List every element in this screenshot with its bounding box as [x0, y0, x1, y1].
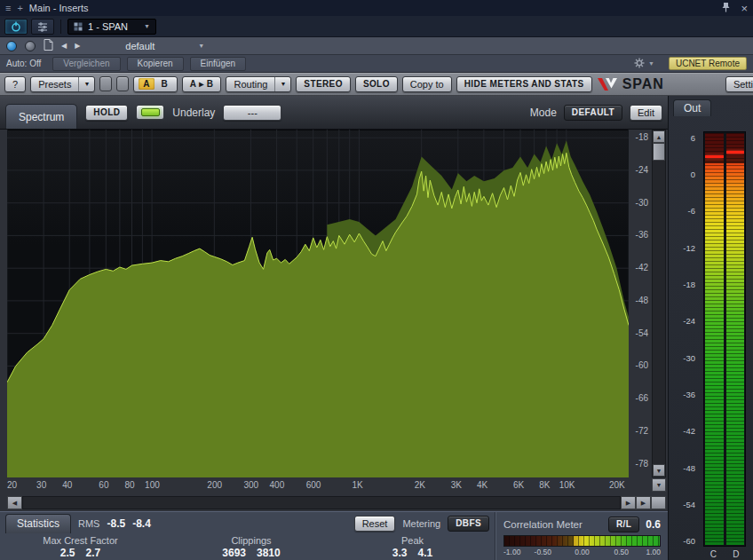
ab-a-chip[interactable]: A — [139, 78, 154, 90]
horizontal-scrollbar[interactable]: ◀ ▶ ▶ — [0, 493, 668, 511]
peak-value-left: 3.3 — [392, 547, 408, 559]
hide-meters-button[interactable]: HIDE METERS AND STATS — [456, 76, 592, 92]
meter-scale-label: -42 — [683, 426, 695, 436]
vertical-scroll-track[interactable] — [653, 161, 665, 464]
solo-button[interactable]: SOLO — [355, 76, 398, 92]
app-window: ≡ + Main - Inserts × 1 - SPAN ▼ ◀ — [0, 0, 753, 560]
underlay-select-button[interactable]: --- — [223, 105, 281, 121]
pin-icon[interactable] — [722, 2, 730, 14]
reset-button[interactable]: Reset — [354, 516, 396, 532]
meter-scale-label: -60 — [683, 536, 695, 546]
freq-axis-label: 400 — [270, 480, 285, 490]
routing-dropdown-icon[interactable]: ▼ — [274, 77, 290, 91]
gear-icon[interactable] — [634, 56, 645, 72]
correlation-mode-button[interactable]: R/L — [608, 517, 639, 532]
editor-icon[interactable] — [31, 19, 54, 35]
plugin-slot-select[interactable]: 1 - SPAN ▼ — [67, 19, 156, 35]
mode-default-button[interactable]: DEFAULT — [564, 105, 622, 121]
gear-dropdown-icon[interactable]: ▼ — [648, 60, 654, 67]
clippings-stat: Clippings 36933810 — [185, 535, 318, 559]
presets-label: Presets — [31, 77, 78, 91]
meter-scale-label: -48 — [683, 463, 695, 473]
auto-status-label: Auto: Off — [6, 59, 41, 68]
previous-preset-button[interactable]: ◀ — [61, 43, 67, 50]
ucnet-remote-badge[interactable]: UCNET Remote — [669, 57, 747, 70]
peak-label: Peak — [357, 535, 468, 546]
tab-out[interactable]: Out — [673, 99, 711, 116]
add-insert-icon[interactable]: + — [17, 4, 22, 13]
settings-button[interactable]: Settings ▼ — [725, 76, 753, 92]
clippings-value-right: 3810 — [257, 547, 281, 559]
db-axis-label: -54 — [636, 328, 648, 338]
hold-button[interactable]: HOLD — [85, 105, 128, 121]
presets-button[interactable]: Presets ▼ — [30, 76, 95, 92]
rms-value-left: -8.5 — [107, 517, 125, 530]
scroll-right-button[interactable]: ▶ — [621, 496, 636, 509]
plugin-power-button[interactable] — [4, 19, 28, 35]
freq-axis-label: 100 — [145, 480, 160, 490]
help-button[interactable]: ? — [4, 76, 26, 92]
db-axis-label: -72 — [636, 426, 648, 436]
spectrum-display-area: -18-24-30-36-42-48-54-60-66-72-78 ▲ ▼ — [0, 130, 668, 477]
meter-scale-label: -6 — [688, 206, 695, 216]
metering-mode-button[interactable]: DBFS — [448, 516, 489, 532]
max-crest-factor-stat: Max Crest Factor 2.52.7 — [16, 535, 145, 559]
routing-button[interactable]: Routing ▼ — [226, 76, 291, 92]
meter-scale-label: -36 — [683, 390, 695, 399]
presets-dropdown-icon[interactable]: ▼ — [78, 77, 94, 91]
close-icon[interactable]: × — [741, 3, 748, 14]
led-light — [141, 108, 160, 116]
copy-to-button[interactable]: Copy to — [402, 76, 452, 92]
peak-stat: Peak 3.34.1 — [357, 535, 468, 559]
scroll-right-end-button[interactable]: ▶ — [636, 496, 651, 509]
plugin-icon — [74, 22, 83, 31]
divider — [60, 20, 61, 34]
scroll-up-button[interactable]: ▲ — [653, 130, 665, 143]
mode-edit-button[interactable]: Edit — [630, 105, 662, 121]
scroll-down-button[interactable]: ▼ — [653, 464, 665, 477]
output-meter-panel: Out 60-6-12-18-24-30-36-42-48-54-60 C D — [668, 96, 753, 560]
meter-scale-label: -24 — [683, 316, 695, 326]
spectrum-plot[interactable] — [7, 130, 629, 477]
ab-b-chip[interactable]: B — [157, 78, 172, 90]
db-axis-label: -36 — [636, 230, 648, 240]
scroll-down-end-button[interactable]: ▼ — [652, 478, 666, 492]
spectrum-enable-led[interactable] — [136, 105, 164, 120]
meter-scale-label: 6 — [691, 133, 695, 143]
undo-button[interactable] — [99, 76, 112, 91]
channel-label-left[interactable]: C — [703, 549, 724, 559]
output-meter-bars[interactable] — [703, 131, 746, 547]
tab-statistics[interactable]: Statistics — [5, 514, 71, 533]
preset-browser-icon[interactable] — [44, 39, 53, 52]
automation-write-button[interactable] — [25, 41, 36, 51]
compare-button[interactable]: Vergleichen — [52, 57, 120, 71]
next-preset-button[interactable]: ▶ — [75, 43, 80, 50]
clippings-label: Clippings — [185, 535, 318, 546]
copy-button[interactable]: Kopieren — [127, 57, 184, 71]
rms-label: RMS — [78, 518, 99, 529]
horizontal-scroll-track[interactable] — [22, 496, 621, 509]
redo-button[interactable] — [116, 76, 129, 91]
channel-label-right[interactable]: D — [726, 549, 747, 559]
routing-label: Routing — [226, 77, 274, 91]
vertical-scroll-thumb[interactable] — [653, 143, 665, 161]
correlation-scale-label: -0.50 — [535, 548, 551, 556]
spectrum-column: Spectrum HOLD Underlay --- Mode DEFAULT … — [0, 96, 668, 560]
scroll-left-button[interactable]: ◀ — [7, 496, 22, 509]
freq-axis-label: 3K — [451, 480, 462, 490]
stereo-button[interactable]: STEREO — [296, 76, 351, 92]
automation-read-button[interactable] — [6, 41, 17, 51]
tab-spectrum[interactable]: Spectrum — [5, 104, 77, 129]
peak-value-right: 4.1 — [418, 547, 433, 559]
vertical-scrollbar[interactable]: ▲ ▼ — [652, 130, 666, 477]
preset-name[interactable]: default — [125, 41, 155, 51]
correlation-meter-section: Correlation Meter R/L 0.6 -1.00-0.500.00… — [495, 512, 668, 560]
freq-axis-label: 60 — [99, 480, 108, 490]
paste-button[interactable]: Einfügen — [190, 57, 246, 71]
db-axis-label: -18 — [636, 132, 648, 142]
preset-dropdown-icon[interactable]: ▼ — [198, 43, 204, 49]
a-to-b-button[interactable]: A ▸ B — [182, 76, 222, 92]
ab-toggle-button[interactable]: A B — [133, 76, 177, 92]
correlation-scale: -1.00-0.500.000.501.00 — [503, 548, 661, 558]
menu-icon[interactable]: ≡ — [5, 4, 11, 13]
